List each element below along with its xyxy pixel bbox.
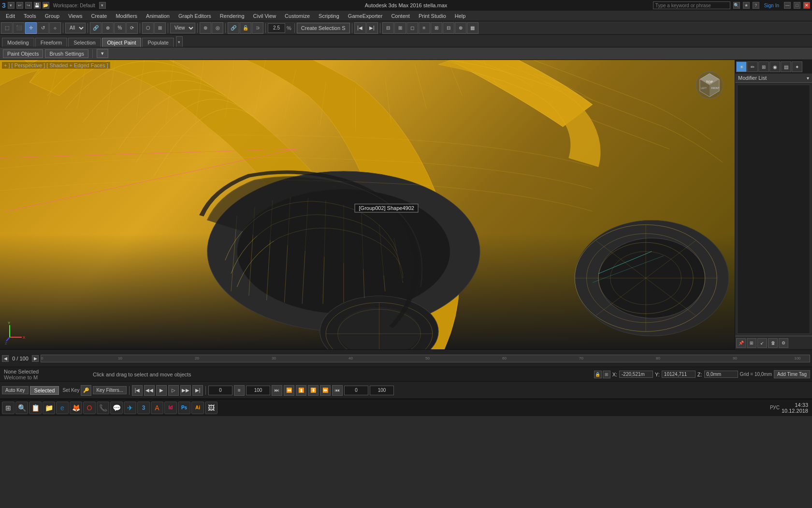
miniplay-btn2[interactable]: ⏪ [284, 385, 294, 396]
close-btn[interactable]: ✕ [803, 2, 810, 9]
display-floater-btn[interactable]: ◻ [406, 22, 418, 34]
miniplay-btn1[interactable]: ⏭ [272, 385, 282, 396]
autodesk-icon[interactable]: A [151, 402, 163, 414]
telegram-icon[interactable]: ✈ [124, 402, 136, 414]
bookmark-btn[interactable]: ★ [743, 2, 750, 9]
extra-btn4[interactable]: ▦ [467, 22, 478, 34]
zoom-input[interactable] [268, 23, 285, 33]
maximize-btn[interactable]: □ [794, 2, 800, 9]
display-icon[interactable]: ▤ [781, 61, 791, 72]
tab-freeform[interactable]: Freeform [35, 38, 68, 47]
prev-frame-btn[interactable]: ◀◀ [144, 385, 155, 396]
lock-icon[interactable]: 🔒 [594, 371, 602, 378]
use-pivot-btn[interactable]: ⊛ [200, 22, 211, 34]
angle-snap-btn[interactable]: ⊕ [102, 22, 114, 34]
current-frame-input[interactable] [208, 386, 232, 395]
menu-item-print-studio[interactable]: Print Studio [415, 12, 450, 20]
menu-item-animation[interactable]: Animation [142, 12, 174, 20]
task-view-btn[interactable]: 📋 [29, 402, 42, 414]
snap-toggle-btn[interactable]: 🔗 [90, 22, 102, 34]
menu-item-group[interactable]: Group [41, 12, 64, 20]
minimize-btn[interactable]: — [784, 2, 791, 9]
brush-settings-btn[interactable]: Brush Settings [45, 49, 88, 58]
indesign-icon[interactable]: Id [164, 402, 177, 414]
opera-icon[interactable]: O [83, 402, 96, 414]
material-editor-icon[interactable]: ☀ [736, 61, 747, 72]
make-unique-icon[interactable]: ↙ [757, 338, 767, 348]
illustrator-icon[interactable]: Ai [191, 402, 204, 414]
mirror-btn[interactable]: ⬡ [142, 22, 154, 34]
timeline-track[interactable]: 0 10 20 30 40 50 60 70 80 90 100 [41, 355, 810, 362]
spinner-snap-btn[interactable]: ⟳ [126, 22, 138, 34]
go-to-start-btn[interactable]: |◀ [132, 385, 143, 396]
next-frame-btn[interactable]: ▶▶ [180, 385, 191, 396]
undo-btn[interactable]: ↩ [16, 2, 23, 9]
transform-center-btn[interactable]: ◎ [212, 22, 223, 34]
menu-item-gameexporter[interactable]: GameExporter [344, 12, 387, 20]
key-mode-toggle[interactable]: 🔑 [81, 385, 91, 396]
go-to-end-btn[interactable]: ▶| [192, 385, 203, 396]
tabs-more-btn[interactable]: ▾ [176, 36, 183, 47]
miniplay-btn6[interactable]: ⏮ [332, 385, 343, 396]
menu-item-views[interactable]: Views [64, 12, 86, 20]
miniplay-btn4[interactable]: ⏬ [308, 385, 319, 396]
unpin-icon[interactable]: ⊞ [747, 338, 756, 348]
menu-item-tools[interactable]: Tools [20, 12, 40, 20]
menu-item-customize[interactable]: Customize [281, 12, 314, 20]
firefox-icon[interactable]: 🦊 [70, 402, 82, 414]
filter-dropdown[interactable]: All [65, 23, 86, 33]
help-icon[interactable]: ? [753, 2, 759, 9]
motion-icon[interactable]: ◉ [769, 61, 780, 72]
manage-layers-btn[interactable]: ≡ [419, 22, 430, 34]
layer-mgr-btn[interactable]: ⊟ [382, 22, 394, 34]
menu-item-modifiers[interactable]: Modifiers [112, 12, 141, 20]
hierarchy-icon[interactable]: ⊞ [758, 61, 769, 72]
viber-icon[interactable]: 📞 [97, 402, 109, 414]
add-time-tag-btn[interactable]: Add Time Tag [774, 370, 810, 378]
photoshop-icon[interactable]: Ps [178, 402, 190, 414]
save-btn[interactable]: 💾 [34, 2, 41, 9]
miniplay-btn5[interactable]: ⏩ [320, 385, 331, 396]
tab-object-paint[interactable]: Object Paint [102, 38, 142, 47]
extra-btn2[interactable]: ⊟ [443, 22, 454, 34]
search-input[interactable] [653, 1, 730, 9]
view-cube-gizmo[interactable]: TOP FRONT LEFT [694, 70, 725, 101]
search-taskbar-btn[interactable]: 🔍 [15, 402, 28, 414]
configure-icon[interactable]: ⚙ [779, 338, 788, 348]
z-coord-input[interactable] [704, 371, 738, 378]
menu-item-help[interactable]: Help [451, 12, 470, 20]
frame-range-end[interactable] [370, 386, 394, 395]
extra-btn1[interactable]: ⊞ [431, 22, 442, 34]
select-filter-icon[interactable]: ⊞ [603, 371, 610, 378]
extra-btn3[interactable]: ⊕ [455, 22, 466, 34]
timeline-arrow-right[interactable]: ▶ [32, 355, 39, 362]
percent-snap-btn[interactable]: % [114, 22, 126, 34]
scene-explorer-btn[interactable]: ⊞ [394, 22, 406, 34]
create-selection-btn[interactable]: Create Selection S [297, 23, 350, 33]
y-coord-input[interactable] [662, 371, 696, 378]
modifier-list-dropdown-btn[interactable]: ▾ [807, 75, 809, 81]
windows-start-btn[interactable]: ⊞ [2, 402, 14, 414]
frame-mode-btn[interactable]: ≡ [234, 385, 245, 396]
menu-item-rendering[interactable]: Rendering [216, 12, 248, 20]
bind-btn[interactable]: ⊃ [252, 22, 263, 34]
remove-modifier-icon[interactable]: 🗑 [768, 338, 778, 348]
named-selection-btn[interactable]: |◀ [354, 22, 366, 34]
link-btn[interactable]: 🔗 [228, 22, 239, 34]
miniplay-btn3[interactable]: ⏫ [296, 385, 306, 396]
sign-in-btn[interactable]: Sign In [762, 3, 781, 8]
titlebar-menu-btn[interactable]: ▾ [8, 2, 14, 9]
select-region-btn[interactable]: ⬛ [13, 22, 25, 34]
tab-modeling[interactable]: Modeling [2, 38, 34, 47]
subtoolbar-extra-btn[interactable]: ▾ [97, 49, 108, 58]
scale-tool-btn[interactable]: ⟐ [49, 22, 61, 34]
menu-item-create[interactable]: Create [87, 12, 111, 20]
edge-browser-icon[interactable]: e [56, 402, 69, 414]
redo-btn[interactable]: ↪ [25, 2, 32, 9]
paint-objects-btn[interactable]: Paint Objects [3, 49, 43, 58]
workspace-dropdown-btn[interactable]: ▾ [99, 2, 106, 9]
rotate-tool-btn[interactable]: ↺ [37, 22, 49, 34]
search-btn[interactable]: 🔍 [733, 2, 740, 9]
open-btn[interactable]: 📂 [43, 2, 49, 9]
photos-icon[interactable]: 🖼 [205, 402, 218, 414]
